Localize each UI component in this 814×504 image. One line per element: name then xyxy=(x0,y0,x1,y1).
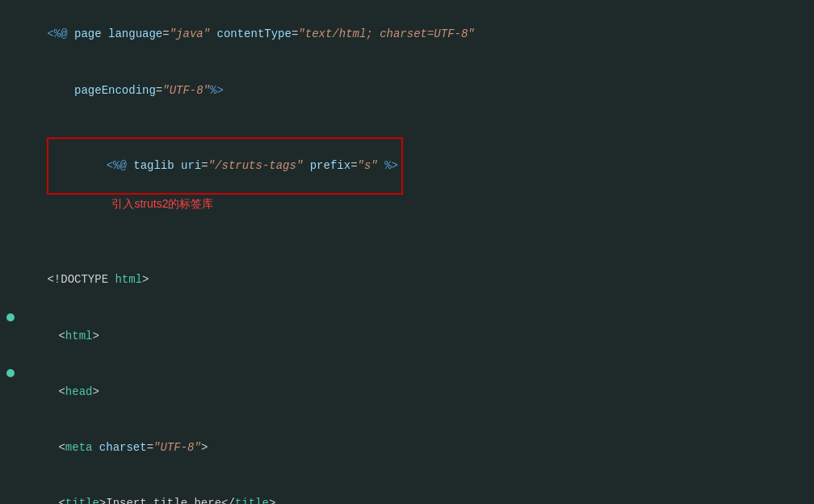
line-1-content: <%@ page language="java" contentType="te… xyxy=(6,7,808,61)
line-dot-html xyxy=(6,313,15,321)
directive-kw: <%@ xyxy=(47,27,74,40)
code-line-3: <%@ taglib uri="/struts-tags" prefix="s"… xyxy=(0,118,814,232)
line-3-content: <%@ taglib uri="/struts-tags" prefix="s"… xyxy=(6,119,808,231)
taglib-highlight-box: <%@ taglib uri="/struts-tags" prefix="s"… xyxy=(47,137,403,195)
code-line-empty1 xyxy=(0,233,814,252)
taglib-annotation: 引入struts2的标签库 xyxy=(111,197,213,210)
code-line-doctype: <!DOCTYPE html> xyxy=(0,252,814,308)
code-line-meta: <meta charset="UTF-8"> xyxy=(0,420,814,476)
line-dot-head xyxy=(6,369,15,377)
code-editor: <%@ page language="java" contentType="te… xyxy=(0,0,814,504)
code-line-head: <head> xyxy=(0,363,814,419)
attr-page: page xyxy=(74,27,108,40)
code-line-2: pageEncoding="UTF-8"%> xyxy=(0,62,814,118)
code-line-html: <html> xyxy=(0,308,814,363)
attr-language: language xyxy=(108,27,162,40)
code-line-1: <%@ page language="java" contentType="te… xyxy=(0,6,814,62)
line-2-content: pageEncoding="UTF-8"%> xyxy=(6,63,808,117)
code-line-title: <title>Insert title here</title> xyxy=(0,476,814,504)
